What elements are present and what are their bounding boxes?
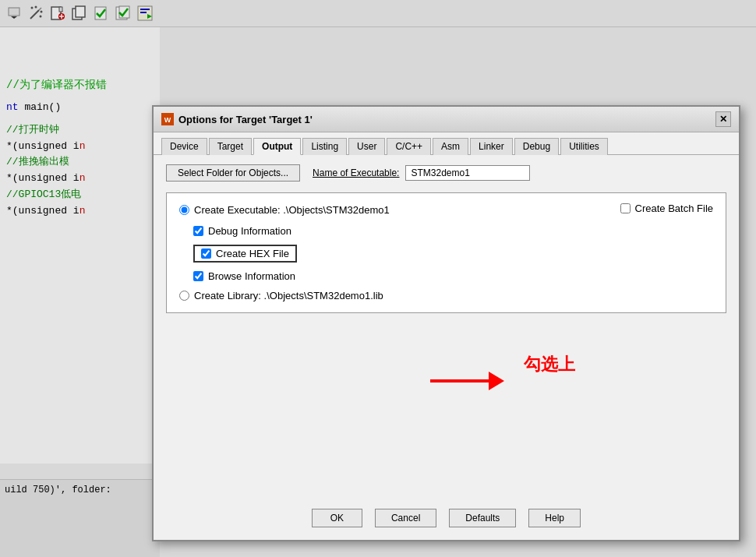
create-library-label: Create Library: .\Objects\STM32demo1.lib [194,290,383,301]
executable-input[interactable] [405,165,530,181]
tab-target[interactable]: Target [209,138,252,155]
debug-info-checkbox[interactable] [193,226,203,236]
folder-row: Select Folder for Objects... Name of Exe… [166,164,726,182]
dialog-content-area: Select Folder for Objects... Name of Exe… [154,155,739,332]
create-library-row: Create Library: .\Objects\STM32demo1.lib [179,290,713,301]
select-folder-button[interactable]: Select Folder for Objects... [166,164,300,182]
tab-user[interactable]: User [348,138,385,155]
svg-text:W: W [164,116,171,124]
tab-device[interactable]: Device [161,138,207,155]
executable-label: Name of Executable: [313,167,399,178]
tab-bar: Device Target Output Listing User C/C++ … [154,132,739,155]
defaults-button[interactable]: Defaults [449,509,516,527]
tab-cpp[interactable]: C/C++ [387,138,431,155]
dialog-close-button[interactable]: ✕ [715,111,731,127]
tab-asm[interactable]: Asm [433,138,468,155]
tab-utilities[interactable]: Utilities [560,138,608,155]
options-content-box: Create Batch File Create Executable: .\O… [166,192,726,313]
help-button[interactable]: Help [528,509,581,527]
create-batch-label: Create Batch File [635,203,713,214]
hex-arrow [430,372,504,390]
dialog-titlebar: W Options for Target 'Target 1' ✕ [154,107,739,132]
browse-info-row: Browse Information [193,270,713,282]
tab-output[interactable]: Output [253,138,301,155]
create-executable-label: Create Executable: .\Objects\STM32demo1 [194,204,390,216]
browse-info-checkbox[interactable] [193,271,203,281]
dialog-title: Options for Target 'Target 1' [178,114,313,125]
dialog-app-icon: W [161,113,174,125]
tab-debug[interactable]: Debug [514,138,559,155]
browse-info-label: Browse Information [208,270,295,282]
create-executable-radio[interactable] [179,205,189,215]
create-hex-label: Create HEX File [216,248,289,259]
debug-info-label: Debug Information [208,225,291,237]
create-library-radio[interactable] [179,291,189,301]
tab-linker[interactable]: Linker [470,138,513,155]
create-batch-row: Create Batch File [620,203,713,214]
create-hex-checkbox[interactable] [201,249,211,259]
options-dialog: W Options for Target 'Target 1' ✕ Device… [152,105,740,541]
cancel-button[interactable]: Cancel [375,509,436,527]
annotation-text: 勾选上 [524,353,575,376]
create-batch-checkbox[interactable] [620,203,631,213]
create-hex-row: Create HEX File [193,245,297,263]
debug-info-row: Debug Information [193,225,713,237]
tab-listing[interactable]: Listing [302,138,347,155]
dialog-buttons: OK Cancel Defaults Help [154,509,739,527]
ok-button[interactable]: OK [312,509,362,527]
